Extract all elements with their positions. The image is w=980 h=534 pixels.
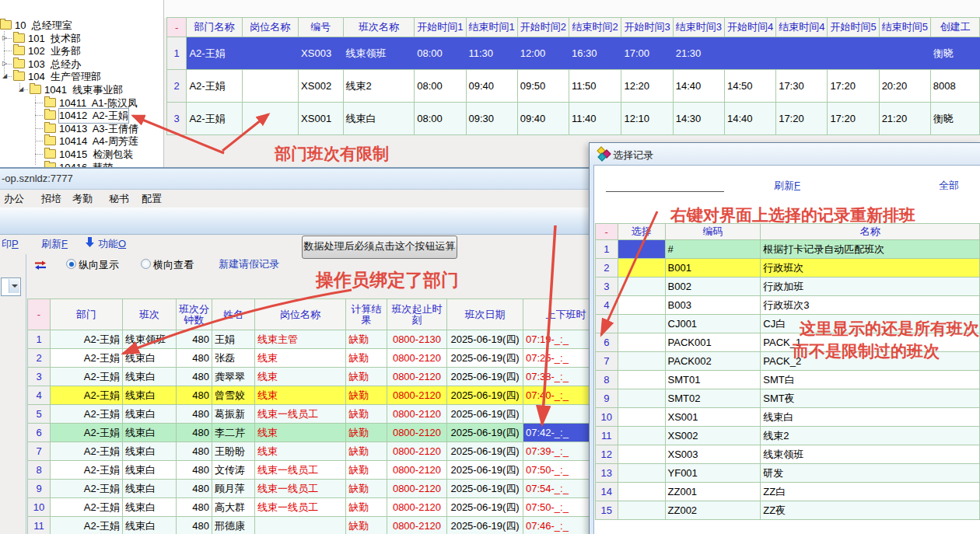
menu-item-5[interactable]: 配置 bbox=[142, 192, 162, 206]
cell[interactable]: 08:00 bbox=[415, 103, 466, 135]
cell[interactable]: 线束 bbox=[255, 368, 346, 386]
cell[interactable]: 0800-2120 bbox=[387, 480, 447, 498]
print-link[interactable]: 印P bbox=[2, 237, 19, 251]
column-header[interactable]: 开始时间3 bbox=[621, 18, 673, 37]
table-row[interactable]: 1#根据打卡记录自动匹配班次 bbox=[596, 240, 980, 259]
cell[interactable]: 12:20 bbox=[621, 70, 673, 103]
calc-button[interactable]: 数据处理后必须点击这个按钮运算 bbox=[302, 236, 457, 259]
column-header[interactable]: 结束时间2 bbox=[569, 18, 621, 37]
cell[interactable]: 11:50 bbox=[569, 70, 621, 103]
cell[interactable]: 2025-06-19(四) bbox=[447, 405, 523, 424]
column-header[interactable]: 创建工 bbox=[930, 18, 979, 37]
cell[interactable]: B003 bbox=[665, 296, 761, 315]
cell[interactable]: XS003 bbox=[299, 37, 343, 70]
cell[interactable]: 12:00 bbox=[517, 37, 569, 70]
cell[interactable]: 12:10 bbox=[621, 103, 673, 135]
cell[interactable]: 0800-2120 bbox=[387, 386, 447, 405]
cell[interactable]: 线束 bbox=[255, 386, 346, 405]
cell[interactable]: A2-王娟 bbox=[187, 37, 242, 70]
cell[interactable]: ZZ001 bbox=[665, 483, 761, 501]
popup-record-table[interactable]: -选择编码名称1#根据打卡记录自动匹配班次2B001行政班次3B002行政加班4… bbox=[595, 223, 980, 520]
column-header[interactable]: 部门名称 bbox=[187, 18, 242, 37]
tree-item[interactable]: ◢104 生产管理部 bbox=[0, 70, 163, 82]
cell[interactable]: SMT02 bbox=[665, 389, 761, 408]
cell[interactable] bbox=[618, 315, 665, 333]
cell[interactable]: 2025-06-19(四) bbox=[447, 442, 523, 461]
column-header[interactable]: 开始时间2 bbox=[517, 18, 569, 37]
tree-item[interactable]: 10411 A1-陈汉凤 bbox=[0, 96, 163, 109]
cell[interactable] bbox=[618, 408, 665, 427]
cell[interactable]: 王娟 bbox=[212, 330, 255, 349]
cell[interactable] bbox=[255, 517, 346, 534]
column-header[interactable]: 结束时间5 bbox=[879, 18, 930, 37]
cell[interactable]: 480 bbox=[177, 461, 212, 480]
cell[interactable]: A2-王娟 bbox=[51, 405, 123, 424]
tree-item[interactable]: 102 业务部 bbox=[0, 44, 163, 57]
cell[interactable]: 480 bbox=[177, 349, 212, 368]
cell[interactable] bbox=[618, 389, 665, 408]
table-row[interactable]: 9A2-王娟线束白480顾月萍线束一线员工缺勤0800-21202025-06-… bbox=[28, 480, 609, 498]
tree-item[interactable]: 10412 A2-王娟 bbox=[0, 109, 163, 121]
cell[interactable]: 行政加班 bbox=[761, 277, 980, 296]
cell[interactable] bbox=[242, 37, 299, 70]
cell[interactable]: 缺勤 bbox=[346, 498, 387, 517]
cell[interactable]: 480 bbox=[177, 368, 212, 386]
cell[interactable] bbox=[618, 445, 665, 464]
column-header[interactable]: 岗位名称 bbox=[242, 18, 299, 37]
cell[interactable]: 线束白 bbox=[123, 424, 177, 442]
cell[interactable]: 线束白 bbox=[761, 408, 980, 427]
expand-icon[interactable]: ▷ bbox=[2, 60, 7, 67]
cell[interactable]: ZZ夜 bbox=[761, 501, 980, 520]
column-header[interactable]: - bbox=[28, 299, 51, 330]
cell[interactable] bbox=[618, 240, 665, 259]
menu-item-4[interactable]: 秘书 bbox=[109, 192, 129, 206]
column-header[interactable]: 班次日期 bbox=[447, 299, 523, 330]
table-row[interactable]: 10XS001线束白 bbox=[596, 408, 980, 427]
cell[interactable]: YF001 bbox=[665, 464, 761, 483]
cell[interactable]: 09:40 bbox=[517, 103, 569, 135]
cell[interactable]: 线束一线员工 bbox=[255, 461, 346, 480]
table-row[interactable]: 13YF001研发 bbox=[596, 464, 980, 483]
menu-item-3[interactable]: 考勤 bbox=[72, 192, 93, 206]
expand-icon[interactable]: ▷ bbox=[2, 34, 7, 41]
cell[interactable]: 14:30 bbox=[673, 103, 724, 135]
cell[interactable]: XS002 bbox=[665, 427, 761, 445]
cell[interactable]: 衡晓 bbox=[930, 103, 979, 135]
cell[interactable] bbox=[618, 296, 665, 315]
cell[interactable]: 缺勤 bbox=[346, 424, 387, 442]
cell[interactable]: 根据打卡记录自动匹配班次 bbox=[761, 240, 980, 259]
cell[interactable]: 线束 bbox=[255, 349, 346, 368]
column-header[interactable]: - bbox=[596, 224, 618, 240]
radio-vertical-display[interactable] bbox=[66, 259, 76, 269]
cell[interactable]: # bbox=[665, 240, 761, 259]
cell[interactable]: 2025-06-19(四) bbox=[447, 368, 523, 386]
cell[interactable]: 缺勤 bbox=[346, 368, 387, 386]
cell[interactable]: 2025-06-19(四) bbox=[447, 424, 523, 442]
cell[interactable]: 2025-06-19(四) bbox=[447, 386, 523, 405]
table-row[interactable]: 9SMT02SMT夜 bbox=[596, 389, 980, 408]
cell[interactable]: 衡晓 bbox=[930, 37, 979, 70]
column-header[interactable]: 岗位名称 bbox=[255, 299, 346, 330]
table-row[interactable]: 10A2-王娟线束白480高大群线束一线员工缺勤0800-21202025-06… bbox=[28, 498, 609, 517]
cell[interactable]: 文传涛 bbox=[212, 461, 255, 480]
collapse-icon[interactable]: ◢ bbox=[2, 72, 7, 79]
cell[interactable]: 0800-2120 bbox=[387, 517, 447, 534]
table-row[interactable]: 8SMT01SMT白 bbox=[596, 371, 980, 389]
swap-icon[interactable] bbox=[34, 259, 47, 268]
cell[interactable]: A2-王娟 bbox=[51, 386, 123, 405]
tree-item[interactable]: ▷101 技术部 bbox=[0, 32, 163, 44]
new-leave-link[interactable]: 新建请假记录 bbox=[219, 257, 279, 271]
cell[interactable]: PACK002 bbox=[665, 352, 761, 371]
cell[interactable]: 0800-2120 bbox=[387, 424, 447, 442]
cell[interactable]: 线束领班 bbox=[123, 330, 177, 349]
cell[interactable]: 线束白 bbox=[123, 480, 177, 498]
tree-item[interactable]: 10413 A3-王倩倩 bbox=[0, 122, 163, 134]
cell[interactable]: A2-王娟 bbox=[51, 517, 123, 534]
cell[interactable]: A2-王娟 bbox=[51, 349, 123, 368]
cell[interactable]: SMT白 bbox=[761, 371, 980, 389]
cell[interactable]: 0800-2120 bbox=[387, 461, 447, 480]
column-header[interactable]: 班次名称 bbox=[343, 18, 415, 37]
cell[interactable]: 缺勤 bbox=[346, 330, 387, 349]
cell[interactable]: 线束2 bbox=[761, 427, 980, 445]
cell[interactable]: 线束白 bbox=[123, 386, 177, 405]
